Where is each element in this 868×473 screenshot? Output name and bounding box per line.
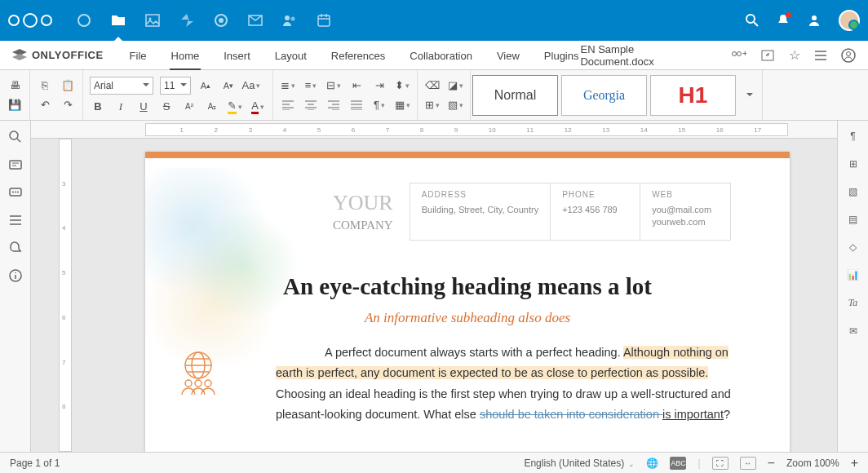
- font-size-select[interactable]: 11: [160, 77, 191, 95]
- subscript-button[interactable]: A₂: [204, 99, 220, 114]
- calendar-icon[interactable]: [317, 13, 331, 28]
- toolbar: 🖶 💾 ⎘ 📋 ↶ ↷ Arial 11 A▴ A▾ Aa▾ B I U S A…: [0, 70, 868, 121]
- decrease-font-icon[interactable]: A▾: [220, 78, 237, 93]
- dashboard-icon[interactable]: [77, 13, 91, 28]
- save-icon[interactable]: 💾: [7, 98, 23, 113]
- paragraph-settings-icon[interactable]: ¶: [850, 130, 855, 142]
- undo-icon[interactable]: ↶: [37, 98, 53, 113]
- account-icon[interactable]: [841, 48, 856, 63]
- zoom-out-button[interactable]: −: [768, 456, 775, 471]
- print-icon[interactable]: 🖶: [7, 78, 23, 93]
- multilevel-button[interactable]: ⊟▾: [326, 78, 342, 93]
- svg-point-17: [10, 131, 18, 139]
- bullets-button[interactable]: ≣▾: [280, 78, 296, 93]
- numbering-button[interactable]: ≡▾: [303, 78, 319, 93]
- contacts-icon[interactable]: [282, 13, 297, 28]
- activity-icon[interactable]: [179, 13, 194, 28]
- favorite-icon[interactable]: ☆: [789, 47, 800, 63]
- style-h1[interactable]: H1: [650, 75, 736, 116]
- tab-collaboration[interactable]: Collaboration: [408, 50, 474, 70]
- zoom-in-button[interactable]: +: [851, 456, 858, 471]
- language-select[interactable]: English (United States) ⌄: [524, 458, 635, 469]
- style-serif[interactable]: Georgia: [561, 75, 647, 116]
- nextcloud-logo[interactable]: [8, 13, 52, 28]
- copy-icon[interactable]: ⎘: [37, 78, 53, 93]
- line-spacing-button[interactable]: ⬍▾: [394, 78, 410, 93]
- superscript-button[interactable]: A²: [181, 99, 197, 114]
- highlight-color-button[interactable]: ✎▾: [227, 99, 243, 114]
- tab-layout[interactable]: Layout: [273, 50, 308, 70]
- document-page[interactable]: YOUR COMPANY ADDRESS Building, Street, C…: [145, 152, 790, 452]
- tab-file[interactable]: File: [128, 50, 148, 70]
- workspace: 1234567891011121314151617 345678 YOUR CO…: [0, 121, 868, 452]
- clear-style-button[interactable]: ⌫: [424, 78, 441, 93]
- increase-font-icon[interactable]: A▴: [197, 78, 214, 93]
- align-center-button[interactable]: [303, 98, 319, 113]
- page-indicator[interactable]: Page 1 of 1: [10, 458, 60, 469]
- paste-icon[interactable]: 📋: [60, 78, 76, 93]
- decrease-indent-button[interactable]: ⇤: [348, 78, 365, 93]
- tab-plugins[interactable]: Plugins: [542, 50, 581, 70]
- change-case-icon[interactable]: Aa▾: [243, 78, 259, 93]
- more-icon[interactable]: [815, 51, 826, 60]
- share-icon[interactable]: +: [730, 50, 746, 61]
- textart-settings-icon[interactable]: Ta: [848, 297, 858, 309]
- about-icon[interactable]: [9, 269, 22, 282]
- vertical-ruler[interactable]: 345678: [59, 139, 72, 452]
- mail-icon[interactable]: [248, 13, 263, 28]
- table-settings-icon[interactable]: ⊞: [849, 158, 857, 170]
- shading-button[interactable]: ▦▾: [394, 98, 410, 113]
- mailmerge-icon[interactable]: ✉: [849, 325, 857, 337]
- web-link[interactable]: yourweb: [652, 217, 686, 227]
- bold-button[interactable]: B: [90, 99, 106, 114]
- align-left-button[interactable]: [280, 98, 296, 113]
- insert-image-button[interactable]: ▧▾: [447, 98, 463, 113]
- header-footer-icon[interactable]: ▤: [848, 214, 857, 225]
- style-more-button[interactable]: [737, 91, 762, 99]
- align-right-button[interactable]: [326, 98, 342, 113]
- navigation-icon[interactable]: [10, 215, 21, 225]
- chart-settings-icon[interactable]: 📊: [847, 269, 859, 281]
- style-normal[interactable]: Normal: [472, 75, 558, 116]
- phone-header: PHONE: [562, 190, 628, 199]
- svg-point-9: [746, 15, 755, 23]
- spellcheck-icon[interactable]: 🌐: [646, 458, 658, 469]
- document-canvas[interactable]: 1234567891011121314151617 345678 YOUR CO…: [31, 121, 837, 452]
- tab-references[interactable]: References: [330, 50, 387, 70]
- strikethrough-button[interactable]: S: [158, 99, 175, 114]
- shape-settings-icon[interactable]: ◇: [849, 241, 857, 253]
- increase-indent-button[interactable]: ⇥: [371, 78, 388, 93]
- underline-button[interactable]: U: [135, 99, 152, 114]
- statusbar: Page 1 of 1 English (United States) ⌄ 🌐 …: [0, 452, 868, 473]
- tab-view[interactable]: View: [495, 50, 521, 70]
- feedback-icon[interactable]: [9, 241, 22, 253]
- find-icon[interactable]: [9, 130, 22, 144]
- image-settings-icon[interactable]: ▧: [848, 186, 857, 197]
- notifications-icon[interactable]: [777, 14, 790, 27]
- search-icon[interactable]: [746, 14, 759, 27]
- user-icon[interactable]: [808, 14, 821, 27]
- track-changes-icon[interactable]: ABC: [670, 457, 686, 470]
- align-justify-button[interactable]: [348, 98, 365, 113]
- nonprinting-button[interactable]: ¶▾: [371, 98, 388, 113]
- insert-table-button[interactable]: ⊞▾: [424, 98, 441, 113]
- photos-icon[interactable]: [145, 13, 160, 28]
- tab-insert[interactable]: Insert: [222, 50, 252, 70]
- tab-home[interactable]: Home: [170, 50, 202, 70]
- files-icon[interactable]: [111, 13, 126, 28]
- talk-icon[interactable]: [214, 13, 228, 28]
- redo-icon[interactable]: ↷: [60, 98, 76, 113]
- fit-width-icon[interactable]: ↔: [740, 457, 756, 470]
- fit-page-icon[interactable]: ⛶: [712, 457, 728, 470]
- shape-fill-button[interactable]: ◪▾: [447, 78, 463, 93]
- avatar[interactable]: [839, 10, 860, 31]
- web-email: you@mail.com: [652, 205, 711, 214]
- comments-icon[interactable]: [9, 160, 22, 171]
- zoom-level[interactable]: Zoom 100%: [786, 458, 839, 469]
- chat-icon[interactable]: [9, 188, 22, 199]
- italic-button[interactable]: I: [113, 99, 129, 114]
- open-location-icon[interactable]: [761, 50, 774, 61]
- font-name-select[interactable]: Arial: [90, 77, 153, 95]
- horizontal-ruler[interactable]: 1234567891011121314151617: [31, 121, 837, 139]
- font-color-button[interactable]: A▾: [250, 99, 266, 114]
